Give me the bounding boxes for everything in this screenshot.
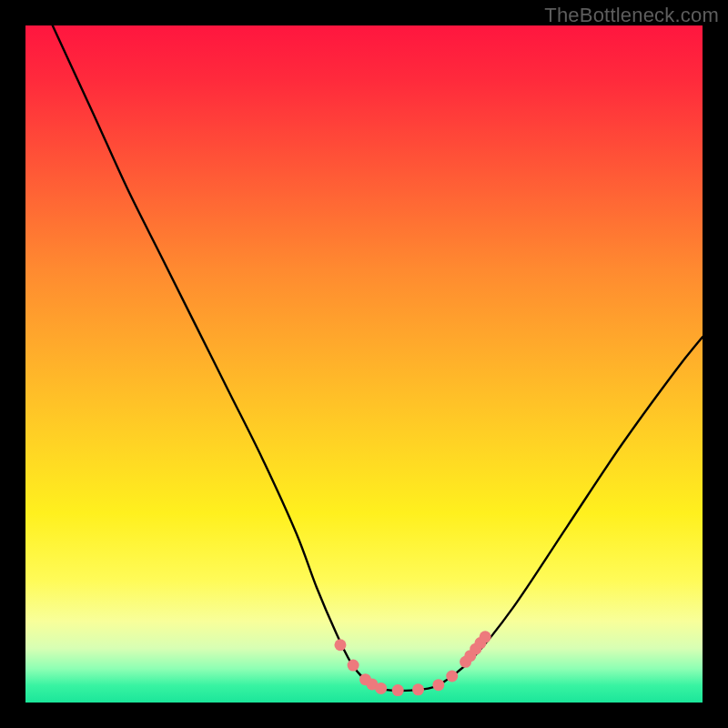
chart-frame: TheBottleneck.com [0,0,728,728]
heat-gradient [25,25,703,703]
plot-area [25,25,703,703]
watermark-text: TheBottleneck.com [544,4,719,27]
